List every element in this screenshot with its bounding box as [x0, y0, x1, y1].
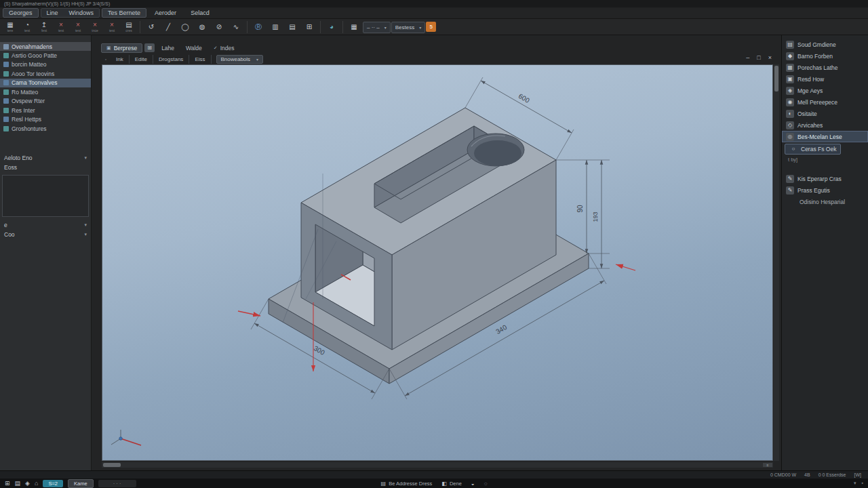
- document-tab-2[interactable]: Walde: [181, 44, 207, 52]
- task-item-selected[interactable]: ◎Bes-Mcelan Lese: [782, 131, 868, 142]
- tree-item[interactable]: Aooo Tor Ieovins: [0, 69, 91, 79]
- taskbar-item-address[interactable]: ▤Be Addresse Dress: [381, 481, 433, 487]
- tree-item[interactable]: Groshontures: [0, 124, 91, 134]
- tree-property-box[interactable]: [2, 175, 89, 217]
- taskbar-app-button[interactable]: Kame: [68, 479, 94, 488]
- 3d-viewport[interactable]: 600 90 193 340 300: [102, 64, 773, 461]
- tree-item[interactable]: Res Inter: [0, 106, 91, 115]
- 3d-model[interactable]: [269, 108, 589, 384]
- toolbar-record-button[interactable]: Ⓡ: [250, 20, 267, 34]
- tray-chevron-icon[interactable]: ▾: [854, 481, 856, 486]
- tree-item[interactable]: borcin Matteo: [0, 60, 91, 70]
- task-item-boxed[interactable]: ○Ceras Fs Oek: [785, 144, 841, 155]
- horizontal-scrollbar-thumb[interactable]: [103, 463, 121, 467]
- settings-icon[interactable]: ◈: [25, 479, 30, 488]
- tree-item[interactable]: Ovspew Rter: [0, 97, 91, 106]
- toolbar-new-button[interactable]: ▦tere: [2, 20, 18, 34]
- toolbar-highlight-button[interactable]: 5: [426, 22, 436, 32]
- taskbar-item-dene[interactable]: ◧Dene: [441, 481, 462, 487]
- toolbar-fill-tool-button[interactable]: ◍: [194, 20, 210, 34]
- task-item[interactable]: ▦Porechas Lathe: [782, 62, 868, 73]
- start-menu-icon[interactable]: ⊞: [5, 479, 10, 488]
- tasks-panel: ▤Soud Gmdiene ◆Barno Forben ▦Porechas La…: [781, 35, 868, 470]
- hatch-icon: ▥: [272, 24, 278, 30]
- document-tab-1[interactable]: Lahe: [157, 44, 179, 52]
- 3d-viewport-canvas[interactable]: 600 90 193 340 300: [102, 65, 773, 461]
- tree-item[interactable]: Resl Hettps: [0, 115, 91, 125]
- taskbar-item-tool[interactable]: ◒: [471, 481, 475, 487]
- toolbar-style-select[interactable]: Bestess ▾: [391, 22, 425, 33]
- minimize-button[interactable]: –: [746, 54, 749, 61]
- task-item[interactable]: ◇Arvicahes: [782, 119, 868, 131]
- task-item[interactable]: ✎Kis Eperarp Cras: [782, 173, 868, 184]
- document-tab-3[interactable]: ✓ Indes: [209, 44, 239, 52]
- tree-footer-section-2[interactable]: Coo ▾: [0, 230, 91, 239]
- tree-item-icon: [3, 62, 9, 67]
- toolbar-delete-button-4[interactable]: ×test: [104, 20, 120, 34]
- document-tab-0[interactable]: ▣ Berprese: [101, 43, 142, 53]
- viewport-menu-drogstans[interactable]: Drogstans: [153, 55, 189, 64]
- toolbar-scale-select[interactable]: – ·· – ▾: [363, 22, 391, 33]
- line-icon: ╱: [166, 24, 170, 30]
- toolbar-circle-tool-button[interactable]: ◯: [177, 20, 193, 34]
- toolbar-undo-button[interactable]: ↺: [143, 20, 159, 34]
- menu-item-0[interactable]: Georges: [3, 8, 39, 18]
- add-view-button[interactable]: ⊞: [144, 43, 155, 52]
- viewport-menu-edit[interactable]: Edite: [130, 55, 153, 64]
- menu-item-1[interactable]: Line: [41, 9, 64, 17]
- task-item[interactable]: Odisino Hesparial: [782, 196, 868, 207]
- toolbar-panel-button[interactable]: ▦: [346, 20, 362, 34]
- task-item[interactable]: ▣Resd How: [782, 73, 868, 85]
- menu-item-4[interactable]: Aeroder: [149, 8, 182, 18]
- menu-item-2[interactable]: Windows: [64, 9, 100, 17]
- task-item[interactable]: ◐Ositaite: [782, 108, 868, 119]
- task-item[interactable]: ◈Mge Aeys: [782, 85, 868, 96]
- grid-icon: ▦: [786, 64, 794, 72]
- viewport-menu-eiss[interactable]: Eiss: [189, 55, 211, 64]
- toolbar-up-button[interactable]: ↥fest: [36, 20, 52, 34]
- horizontal-scrollbar[interactable]: ≡: [102, 462, 773, 468]
- scrollbar-corner-button[interactable]: ≡: [763, 463, 772, 467]
- toolbar-delete-button-3[interactable]: ×tnce: [87, 20, 103, 34]
- tree-footer-section-1[interactable]: e ▾: [0, 221, 91, 230]
- toolbar-delete-button-1[interactable]: ×test: [53, 20, 69, 34]
- maximize-button[interactable]: □: [757, 54, 760, 61]
- toolbar-crate-button[interactable]: ▤cres: [121, 20, 137, 34]
- toolbar-delete-button-2[interactable]: ×test: [70, 20, 86, 34]
- toolbar-table-button[interactable]: ▤: [284, 20, 300, 34]
- task-item[interactable]: ◆Barno Forben: [782, 50, 868, 62]
- viewport-menu-ink[interactable]: Ink: [111, 55, 130, 64]
- toolbar-spline-tool-button[interactable]: ∿: [228, 20, 244, 34]
- home-icon[interactable]: ⌂: [35, 479, 38, 488]
- vertical-scrollbar[interactable]: [774, 64, 779, 461]
- tree-item[interactable]: Asrtio Gooo Patte: [0, 51, 91, 60]
- tree-section-header-1[interactable]: Aeloto Eno ▾: [0, 154, 91, 163]
- taskbar-item-misc[interactable]: ◌: [484, 481, 488, 487]
- toolbar-trim-tool-button[interactable]: ⊘: [211, 20, 227, 34]
- document-area: ▣ Berprese ⊞ Lahe Walde ✓ Indes ◦ Ink Ed…: [92, 35, 781, 470]
- tree-item-selected[interactable]: Cama Toonvalves: [0, 79, 91, 88]
- toolbar-refresh-button[interactable]: ◔test: [19, 20, 35, 34]
- toolbar-hatch-button[interactable]: ▥: [267, 20, 283, 34]
- toolbar-line-tool-button[interactable]: ╱: [160, 20, 176, 34]
- file-manager-icon[interactable]: ▤: [15, 479, 21, 488]
- taskbar-active-app-button[interactable]: S=2: [43, 480, 63, 487]
- close-button[interactable]: ×: [768, 54, 772, 61]
- toolbar-view-mode-button[interactable]: ◕: [323, 20, 340, 34]
- tree-section-header-2[interactable]: Eoss: [0, 163, 91, 172]
- vertical-scrollbar-thumb[interactable]: [774, 66, 778, 92]
- tree-item[interactable]: Ro Matteo: [0, 87, 91, 97]
- os-taskbar: ⊞ ▤ ◈ ⌂ S=2 Kame · · · ▤Be Addresse Dres…: [0, 479, 868, 488]
- menu-bar: Georges Line Windows Tes Bernete Aeroder…: [0, 7, 868, 19]
- toolbar-grid-button[interactable]: ⊞: [301, 20, 317, 34]
- taskbar-overflow-button[interactable]: · · ·: [98, 480, 136, 487]
- tray-indicator-icon[interactable]: ▪: [862, 481, 863, 486]
- task-item[interactable]: ▤Soud Gmdiene: [782, 39, 868, 50]
- menu-item-5[interactable]: Selacd: [184, 8, 216, 18]
- menu-item-3[interactable]: Tes Bernete: [102, 8, 146, 18]
- tree-header[interactable]: Ovenahmadens: [0, 42, 91, 51]
- task-item[interactable]: ◉Mell Pereepece: [782, 96, 868, 108]
- tree-item-icon: [3, 98, 9, 104]
- task-item[interactable]: ✎Prass Egutis: [782, 184, 868, 196]
- viewport-mode-select[interactable]: Bnoweabols ▾: [216, 55, 264, 64]
